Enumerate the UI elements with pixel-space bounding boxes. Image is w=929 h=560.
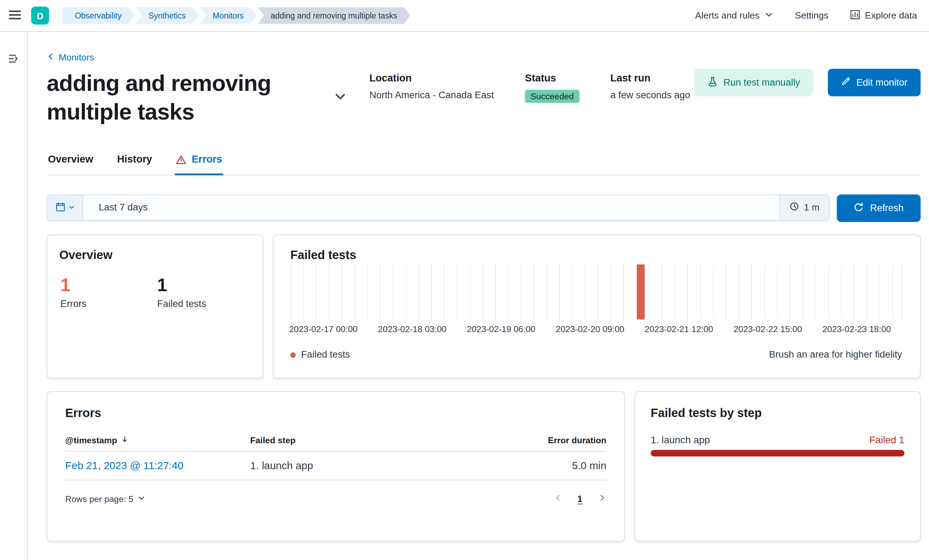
tab-overview[interactable]: Overview [46, 154, 94, 175]
synthetics-monitor-page: D Observability Synthetics Monitors addi… [0, 0, 929, 560]
tab-history-label: History [117, 154, 152, 166]
breadcrumb: Observability Synthetics Monitors adding… [62, 7, 410, 24]
legend-label: Failed tests [301, 349, 350, 360]
x-tick: 2023-02-23 18:00 [822, 324, 891, 334]
step-failure-bar [651, 450, 904, 456]
alerts-and-rules-label: Alerts and rules [695, 10, 759, 21]
refresh-interval-button[interactable]: 1 m [779, 195, 829, 220]
error-timestamp-link[interactable]: Feb 21, 2023 @ 11:27:40 [65, 459, 250, 472]
details-row: Errors @timestamp Failed step Error dura… [46, 391, 921, 542]
chevron-down-icon [334, 96, 346, 105]
failed-tests-stat: 1 Failed tests [157, 275, 206, 309]
hamburger-menu-button[interactable] [8, 8, 22, 23]
last-run-value: a few seconds ago [610, 90, 690, 101]
x-tick: 2023-02-21 12:00 [645, 324, 713, 334]
back-link-label: Monitors [59, 52, 94, 63]
settings-link[interactable]: Settings [795, 10, 829, 21]
failed-test-bar[interactable] [637, 264, 645, 319]
x-tick: 2023-02-22 15:00 [733, 324, 802, 334]
run-test-manually-button[interactable]: Run test manually [694, 69, 813, 96]
column-timestamp-sort[interactable]: @timestamp [65, 436, 250, 445]
failed-tests-by-step-title: Failed tests by step [651, 406, 904, 420]
expand-sidebar-button[interactable] [8, 53, 19, 66]
sort-desc-arrow-icon [121, 436, 128, 445]
status-badge: Succeeded [525, 90, 579, 103]
monitor-tabs: Overview History Errors [46, 154, 921, 176]
breadcrumb-monitors[interactable]: Monitors [200, 7, 256, 24]
chevron-down-icon [138, 494, 145, 503]
collapsed-sidebar [0, 32, 28, 560]
step-failed-count: Failed 1 [869, 434, 904, 446]
overview-stats: 1 Errors 1 Failed tests [59, 275, 251, 309]
step-row: 1. launch app Failed 1 [651, 434, 904, 446]
explore-data-link[interactable]: Explore data [850, 9, 917, 22]
column-timestamp-label: @timestamp [65, 436, 117, 445]
table-row: Feb 21, 2023 @ 11:27:40 1. launch app 5.… [65, 451, 607, 480]
errors-panel-title: Errors [65, 406, 607, 420]
x-tick: 2023-02-18 03:00 [378, 324, 447, 334]
super-date-picker: Last 7 days 1 m [46, 194, 829, 220]
column-failed-step-label: Failed step [250, 436, 504, 445]
errors-table-header: @timestamp Failed step Error duration [65, 436, 607, 451]
page-number-1[interactable]: 1 [578, 494, 583, 504]
refresh-icon [854, 202, 864, 215]
brush-hint: Brush an area for higher fidelity [769, 349, 902, 360]
page-title: adding and removing multiple tasks [46, 69, 317, 126]
panel-expand-icon [8, 57, 19, 66]
chevron-down-icon [68, 203, 75, 212]
refresh-button[interactable]: Refresh [837, 194, 921, 222]
chevron-down-icon [764, 10, 773, 21]
rows-per-page-button[interactable]: Rows per page: 5 [65, 494, 146, 503]
status-label: Status [525, 72, 579, 84]
location-label: Location [369, 72, 494, 84]
quick-select-button[interactable] [47, 195, 83, 220]
failed-tests-chart[interactable] [290, 264, 902, 319]
step-label: 1. launch app [651, 434, 710, 446]
chevron-left-icon [553, 494, 562, 504]
breadcrumb-synthetics[interactable]: Synthetics [136, 7, 198, 24]
x-tick: 2023-02-17 00:00 [289, 324, 357, 334]
errors-count-label: Errors [60, 298, 87, 309]
calendar-icon [55, 202, 65, 214]
failed-tests-by-step-panel: Failed tests by step 1. launch app Faile… [635, 391, 921, 542]
x-tick: 2023-02-19 06:00 [467, 324, 535, 334]
time-controls: Last 7 days 1 m Refresh [46, 194, 921, 222]
tab-errors-label: Errors [192, 154, 222, 166]
errors-panel: Errors @timestamp Failed step Error dura… [46, 391, 625, 542]
legend-failed-tests[interactable]: Failed tests [290, 349, 350, 360]
errors-table-footer: Rows per page: 5 1 [65, 494, 607, 504]
monitor-meta: Location North America - Canada East Sta… [369, 72, 690, 103]
tab-overview-label: Overview [48, 154, 93, 166]
breadcrumb-observability[interactable]: Observability [62, 7, 134, 24]
back-to-monitors-link[interactable]: Monitors [46, 52, 94, 63]
chevron-left-icon [46, 52, 54, 63]
refresh-label: Refresh [870, 203, 903, 214]
date-range-value[interactable]: Last 7 days [83, 202, 780, 213]
next-page-button[interactable] [598, 494, 607, 504]
edit-monitor-button[interactable]: Edit monitor [828, 69, 921, 96]
top-nav: Alerts and rules Settings Explore data [695, 9, 917, 22]
location-value: North America - Canada East [369, 90, 494, 101]
alerts-and-rules-menu[interactable]: Alerts and rules [695, 10, 773, 21]
tab-history[interactable]: History [116, 154, 153, 175]
monitor-switcher-button[interactable] [334, 90, 346, 104]
explore-data-icon [850, 9, 860, 22]
last-run-block: Last run a few seconds ago [610, 72, 690, 103]
pencil-icon [841, 77, 850, 89]
monitor-header: adding and removing multiple tasks Locat… [46, 69, 921, 126]
clock-icon [790, 202, 799, 214]
failed-tests-count-label: Failed tests [157, 298, 206, 309]
last-run-label: Last run [610, 72, 690, 84]
tab-errors[interactable]: Errors [175, 154, 224, 175]
errors-stat: 1 Errors [60, 275, 87, 309]
x-tick: 2023-02-20 09:00 [556, 324, 624, 334]
warning-triangle-icon [176, 155, 186, 165]
legend-dot-icon [290, 352, 296, 357]
overview-panel: Overview 1 Errors 1 Failed tests [46, 234, 264, 379]
previous-page-button[interactable] [553, 494, 562, 504]
deployment-badge[interactable]: D [31, 7, 49, 24]
settings-label: Settings [795, 10, 829, 21]
chart-footer: Failed tests Brush an area for higher fi… [290, 349, 902, 360]
chevron-right-icon [598, 494, 607, 504]
edit-monitor-label: Edit monitor [856, 77, 907, 88]
